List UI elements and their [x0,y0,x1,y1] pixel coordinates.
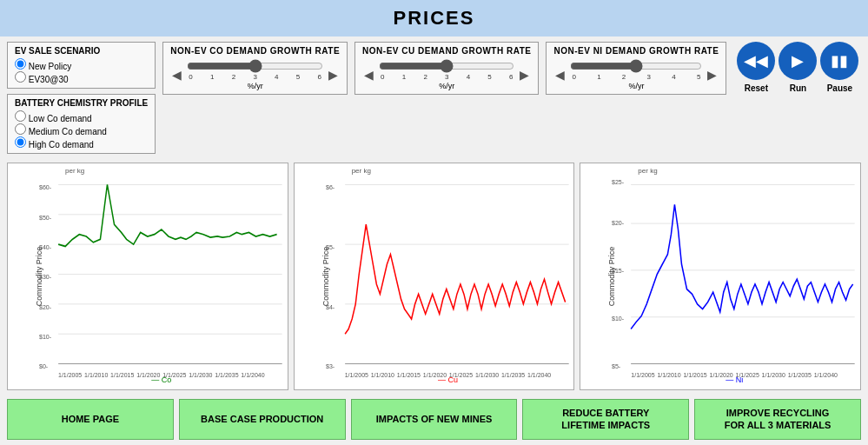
chart-ni: Commodity Price per kg $5- $10- $15- $20… [580,163,861,390]
run-label: Run [779,83,817,93]
slider-ni-unit: %/yr [570,82,702,90]
slider-co-ticks: 0123456 [187,73,323,81]
chart-cu-perkg: per kg [352,167,571,175]
slider-co-input[interactable] [187,59,323,73]
run-controls: ◀◀ ▶ ▮▮ Reset Run Pause [737,42,858,93]
reset-label: Reset [737,83,775,93]
scenario-option-1[interactable]: New Policy [15,58,148,71]
slider-cu-wrapper: 0123456 %/yr [379,59,514,90]
svg-text:$40-: $40- [39,242,52,251]
bottom-nav: HOME PAGE BASE CASE PRODUCTION IMPACTS O… [0,394,868,445]
svg-text:$10-: $10- [39,332,52,341]
svg-text:$20-: $20- [39,302,52,311]
charts-area: Commodity Price per kg $0- $10- $20- $30… [0,159,868,394]
slider-cu-title: NON-EV CU DEMAND GROWTH RATE [362,46,531,56]
chart-cu: Commodity Price per kg $3- $4- $5- $6- [294,163,575,390]
chart-cu-svg-area: $3- $4- $5- $6- 1/1/20051/1/20101/1/2015… [326,175,571,374]
battery-box: BATTERY CHEMISTRY PROFILE Low Co demand … [7,94,156,154]
reset-button[interactable]: ◀◀ [737,42,775,80]
slider-ni-right-arrow[interactable]: ▶ [706,68,719,82]
battery-title: BATTERY CHEMISTRY PROFILE [15,98,148,108]
battery-option-3[interactable]: High Co demand [15,136,148,149]
svg-text:$3-: $3- [326,362,335,371]
slider-cu-ticks: 0123456 [379,73,514,81]
svg-text:$25-: $25- [612,178,625,187]
scenario-title: EV SALE SCENARIO [15,46,148,56]
run-labels: Reset Run Pause [737,83,858,93]
slider-co-title: NON-EV CO DEMAND GROWTH RATE [170,46,340,56]
svg-text:$5-: $5- [612,362,621,371]
slider-co-wrapper: 0123456 %/yr [187,59,323,90]
slider-cu-track: ◀ 0123456 %/yr ▶ [362,59,531,90]
svg-text:$20-: $20- [612,219,625,228]
chart-co-wrapper: Commodity Price per kg $0- $10- $20- $30… [39,167,284,386]
slider-cu-input[interactable] [379,59,514,73]
left-boxes: EV SALE SCENARIO New Policy EV30@30 BATT… [7,42,156,154]
nav-base-case[interactable]: BASE CASE PRODUCTION [179,399,346,440]
run-button[interactable]: ▶ [779,42,817,80]
svg-text:$60-: $60- [39,183,52,192]
slider-co-left-arrow[interactable]: ◀ [170,68,183,82]
svg-text:$5-: $5- [326,242,335,251]
svg-text:$10-: $10- [612,315,625,323]
svg-text:$15-: $15- [612,267,625,276]
chart-cu-wrapper: Commodity Price per kg $3- $4- $5- $6- [326,167,571,386]
controls-inner: EV SALE SCENARIO New Policy EV30@30 BATT… [7,42,858,154]
slider-co-unit: %/yr [187,82,323,90]
slider-ni-track: ◀ 012345 %/yr ▶ [553,59,719,90]
slider-ni-left-arrow[interactable]: ◀ [553,68,567,82]
nav-improve-recycling[interactable]: IMPROVE RECYCLINGFOR ALL 3 MATERIALS [694,399,861,440]
pause-label: Pause [820,83,858,93]
slider-co-right-arrow[interactable]: ▶ [327,68,340,82]
slider-cu-right-arrow[interactable]: ▶ [518,68,531,82]
slider-ni-input[interactable] [570,59,702,73]
chart-co-svg-area: $0- $10- $20- $30- $40- $50- $60- [39,175,284,374]
scenario-box: EV SALE SCENARIO New Policy EV30@30 [7,42,156,89]
svg-text:$6-: $6- [326,183,335,192]
svg-text:$0-: $0- [39,362,49,371]
svg-text:$4-: $4- [326,302,335,311]
slider-co-track: ◀ 0123456 %/yr ▶ [170,59,340,90]
slider-cu-unit: %/yr [379,82,514,90]
slider-ni-title: NON-EV NI DEMAND GROWTH RATE [553,46,719,56]
sliders-section: NON-EV CO DEMAND GROWTH RATE ◀ 0123456 %… [162,42,726,95]
battery-option-2[interactable]: Medium Co demand [15,123,148,136]
nav-new-mines[interactable]: IMPACTS OF NEW MINES [351,399,518,440]
page-title: PRICES [0,0,868,37]
chart-co: Commodity Price per kg $0- $10- $20- $30… [7,163,288,390]
slider-ni: NON-EV NI DEMAND GROWTH RATE ◀ 012345 %/… [546,42,726,95]
chart-ni-perkg: per kg [638,167,857,175]
run-buttons: ◀◀ ▶ ▮▮ [737,42,858,80]
slider-cu: NON-EV CU DEMAND GROWTH RATE ◀ 0123456 %… [354,42,539,95]
chart-ni-svg-area: $5- $10- $15- $20- $25- 1/1/20051 [612,175,857,374]
battery-option-1[interactable]: Low Co demand [15,110,148,123]
pause-button[interactable]: ▮▮ [820,42,858,80]
svg-text:$50-: $50- [39,213,52,222]
chart-ni-svg: $5- $10- $15- $20- $25- [612,175,857,374]
scenario-option-2[interactable]: EV30@30 [15,71,148,84]
chart-ni-wrapper: Commodity Price per kg $5- $10- $15- $20… [612,167,857,386]
slider-ni-wrapper: 012345 %/yr [570,59,702,90]
top-controls: EV SALE SCENARIO New Policy EV30@30 BATT… [0,37,868,159]
chart-co-perkg: per kg [65,167,284,175]
chart-co-svg: $0- $10- $20- $30- $40- $50- $60- [39,175,284,374]
slider-cu-left-arrow[interactable]: ◀ [362,68,375,82]
slider-co: NON-EV CO DEMAND GROWTH RATE ◀ 0123456 %… [162,42,348,95]
nav-home[interactable]: HOME PAGE [7,399,174,440]
svg-text:$30-: $30- [39,273,52,282]
slider-ni-ticks: 012345 [570,73,702,81]
nav-reduce-battery[interactable]: REDUCE BATTERYLIFETIME IMPACTS [522,399,689,440]
chart-cu-svg: $3- $4- $5- $6- [326,175,571,374]
